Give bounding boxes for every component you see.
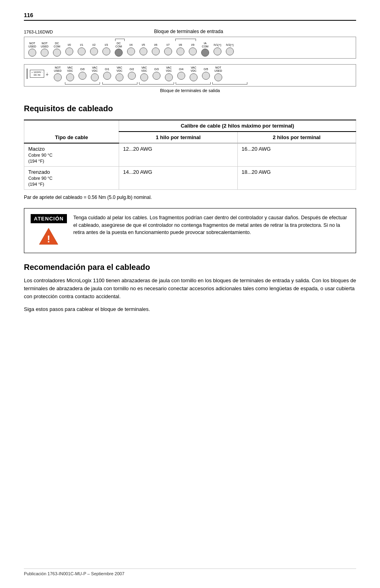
footer-text: Publicación 1763-IN001C-MU-P – Septiembr…	[24, 571, 124, 576]
page-number: 116	[24, 12, 356, 18]
rec-para1: Los controladores MicroLogix 1100 tienen…	[24, 277, 356, 301]
rec-heading: Recomendación para el cableado	[24, 263, 356, 272]
row2-val1: 14...20 AWG	[123, 169, 152, 175]
terminal-i8: I/8	[175, 43, 186, 55]
row1-sub: Cobre 90 °C(194 °F)	[28, 153, 53, 163]
row1-val1: 12...20 AWG	[123, 146, 152, 152]
row2-sub: Cobre 90 °C(194 °F)	[28, 176, 53, 187]
terminal-i2: I/2	[88, 43, 100, 55]
footer: Publicación 1763-IN001C-MU-P – Septiembr…	[24, 568, 356, 576]
output-o0: O/0	[77, 68, 88, 80]
diagram-section: 1763-L16DWD Bloque de terminales de entr…	[24, 29, 356, 93]
output-not-used-1: NOTUSED	[52, 66, 63, 81]
attention-text: Tenga cuidado al pelar los cables. Los f…	[73, 214, 349, 236]
attention-badge: ATENCIÓN	[31, 214, 67, 223]
terminal-i7: I/7	[163, 43, 174, 55]
warning-triangle-icon: !	[38, 226, 59, 247]
cableado-heading: Requisitos de cableado	[24, 104, 356, 113]
table-note: Par de apriete del cableado = 0.56 Nm (5…	[24, 195, 356, 200]
row2-type: Trenzado	[28, 169, 50, 175]
output-terminal-row: + 12/24V -DC IN ⏚ NOTUSED VACVDC O/0	[27, 66, 353, 81]
diagram-model: 1763-L16DWD	[24, 29, 53, 34]
attention-box: ATENCIÓN ! Tenga cuidado al pelar los ca…	[24, 208, 356, 253]
ground-symbol: ⏚	[46, 71, 49, 76]
output-o1: O/1	[102, 68, 113, 80]
output-o4: O/4	[176, 68, 187, 80]
table-row-macizo: Macizo Cobre 90 °C(194 °F) 12...20 AWG 1…	[24, 143, 356, 167]
terminal-not-used-2: NOTUSED	[39, 42, 50, 57]
input-terminal-block: NOTUSED NOTUSED DCCOM I/0 I/1	[24, 37, 356, 59]
rec-para2: Siga estos pasos para cablear el bloque …	[24, 305, 356, 313]
output-vac-vdc-3: VACVDC	[114, 66, 125, 81]
output-vac-vdc-5: VACVDC	[163, 66, 174, 81]
svg-text:!: !	[47, 234, 50, 244]
row2-val2: 18...20 AWG	[242, 169, 271, 175]
output-terminal-block: + 12/24V -DC IN ⏚ NOTUSED VACVDC O/0	[24, 64, 356, 86]
table-sub-col1: 1 hilo por terminal	[156, 134, 201, 140]
terminal-dc-com-1: DCCOM	[51, 42, 63, 57]
dc-in-label: + 12/24V -DC IN	[30, 70, 44, 78]
cable-table: Tipo de cable Calibre de cable (2 hilos …	[24, 120, 356, 190]
table-sub-col2: 2 hilos por terminal	[273, 134, 321, 140]
row1-type: Macizo	[28, 146, 45, 152]
output-o5: O/5	[200, 68, 212, 80]
terminal-not-used-1: NOTUSED	[27, 42, 38, 57]
terminal-iv2: IV2(+)	[224, 43, 235, 55]
terminal-i5: I/5	[138, 43, 149, 55]
terminal-dc-com-2: DCCOM	[113, 42, 124, 57]
output-terminal-title: Bloque de terminales de salida	[24, 88, 356, 93]
terminal-i1: I/1	[76, 43, 87, 55]
output-vac-vdc-1: VACVDC	[65, 66, 76, 81]
terminal-i4: I/4	[125, 43, 137, 55]
table-row-trenzado: Trenzado Cobre 90 °C(194 °F) 14...20 AWG…	[24, 166, 356, 189]
input-terminal-row: NOTUSED NOTUSED DCCOM I/0 I/1	[27, 42, 353, 57]
attention-left: ATENCIÓN !	[31, 214, 67, 247]
terminal-i6: I/6	[150, 43, 161, 55]
output-vac-vdc-6: VACVDC	[188, 66, 199, 81]
row1-val2: 16...20 AWG	[242, 146, 271, 152]
terminal-ia-com: IACOM	[200, 42, 211, 57]
output-o3: O/3	[151, 68, 162, 80]
output-not-used-2: NOTUSED	[213, 66, 224, 81]
terminal-i0: I/0	[64, 43, 75, 55]
table-col1-header: Tipo de cable	[55, 134, 88, 140]
output-o2: O/2	[126, 68, 137, 80]
terminal-i3: I/3	[101, 43, 112, 55]
output-vac-vdc-4: VACVDC	[139, 66, 150, 81]
terminal-iv1: IV1(+)	[212, 43, 223, 55]
input-terminal-title: Bloque de terminales de entrada	[53, 29, 324, 34]
output-vac-vdc-2: VACVDC	[89, 66, 100, 81]
terminal-i9: I/9	[187, 43, 198, 55]
table-col2-header: Calibre de cable (2 hilos máximo por ter…	[181, 123, 294, 129]
